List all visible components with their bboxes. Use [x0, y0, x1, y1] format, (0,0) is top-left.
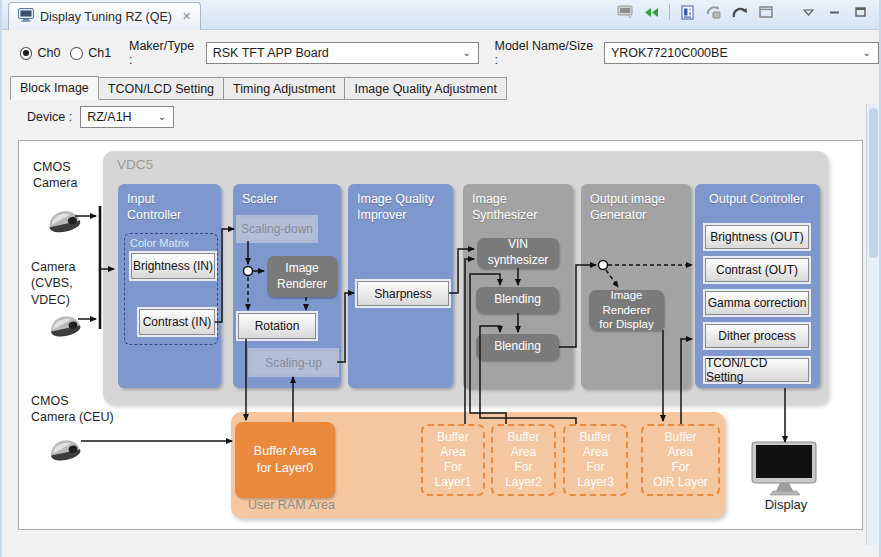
contrast-out-button[interactable]: Contrast (OUT): [705, 258, 809, 282]
maker-type-value: RSK TFT APP Board: [213, 46, 329, 60]
user-ram-area-label: User RAM Area: [248, 498, 335, 512]
tab-block-image[interactable]: Block Image: [10, 76, 99, 100]
cvbs-camera-icon: [43, 301, 85, 343]
collapse-all-icon[interactable]: [643, 5, 660, 20]
image-renderer-box: Image Renderer: [267, 256, 337, 297]
model-name-value: YROK77210C000BE: [611, 46, 728, 60]
view-tab-title: Display Tuning RZ (QE): [40, 10, 172, 24]
image-quality-improver-title: Image Quality Improver: [357, 191, 434, 224]
scrollbar-thumb[interactable]: [869, 108, 878, 258]
buffer-layer0-box: Buffer Area for Layer0: [235, 422, 335, 498]
cmos-camera-icon: [41, 195, 85, 239]
close-icon[interactable]: ✕: [182, 10, 191, 23]
view-tab-bar: Display Tuning RZ (QE) ✕: [2, 0, 879, 30]
toolbar-separator: [669, 4, 670, 20]
tab-timing-adjustment[interactable]: Timing Adjustment: [224, 77, 345, 100]
buffer-layer3-box: Buffer Area For Layer3: [563, 424, 628, 496]
blending-box-1: Blending: [476, 287, 559, 313]
contrast-in-button[interactable]: Contrast (IN): [139, 309, 215, 335]
model-name-label: Model Name/Size :: [494, 39, 598, 67]
dither-process-button[interactable]: Dither process: [705, 324, 809, 348]
view-menu-icon[interactable]: [800, 5, 817, 20]
view-tab[interactable]: Display Tuning RZ (QE) ✕: [8, 2, 201, 30]
restore-icon[interactable]: [757, 5, 774, 20]
vdc5-label: VDC5: [117, 157, 153, 172]
chevron-down-icon: ⌄: [158, 111, 166, 122]
cmos-camera-label: CMOS Camera: [33, 159, 77, 192]
capture-display-icon[interactable]: [617, 5, 634, 20]
view-toolbar: [617, 4, 869, 20]
maximize-icon[interactable]: [852, 5, 869, 20]
gamma-correction-button[interactable]: Gamma correction: [705, 291, 809, 315]
blending-box-2: Blending: [476, 334, 559, 360]
block-diagram-canvas: VDC5 CMOS Camera Camera (CVBS, VDEC) CMO…: [18, 140, 863, 530]
image-renderer-for-display-box: Image Renderer for Display: [589, 290, 664, 330]
ch1-label: Ch1: [88, 46, 111, 60]
ceu-camera-icon: [43, 425, 85, 467]
device-value: RZ/A1H: [87, 110, 131, 124]
display-icon: [749, 441, 821, 501]
image-synthesizer-title: Image Synthesizer: [472, 191, 537, 224]
chevron-down-icon: ⌄: [462, 47, 470, 58]
scaling-up-button: Scaling-up: [250, 350, 337, 375]
redo-icon[interactable]: [731, 5, 748, 20]
scaling-down-button: Scaling-down: [238, 217, 316, 241]
output-image-generator-block: Output image Generator: [581, 184, 691, 389]
brightness-out-button[interactable]: Brightness (OUT): [705, 225, 809, 249]
device-row: Device : RZ/A1H ⌄: [27, 106, 174, 128]
ch1-radio[interactable]: [70, 47, 83, 60]
wizard-icon[interactable]: [705, 5, 722, 20]
ch0-label: Ch0: [37, 46, 60, 60]
settings-row: Ch0 Ch1 Maker/Type : RSK TFT APP Board ⌄…: [2, 31, 879, 75]
brightness-in-button[interactable]: Brightness (IN): [131, 253, 215, 279]
page-tab-strip: Block Image TCON/LCD Setting Timing Adju…: [2, 76, 879, 100]
output-image-generator-title: Output image Generator: [590, 191, 665, 224]
model-name-select[interactable]: YROK77210C000BE ⌄: [604, 42, 879, 64]
tcon-lcd-setting-button[interactable]: TCON/LCD Setting: [705, 358, 809, 382]
display-label: Display: [741, 497, 831, 512]
device-label: Device :: [27, 110, 72, 124]
maker-type-select[interactable]: RSK TFT APP Board ⌄: [206, 42, 479, 64]
scaler-title: Scaler: [242, 191, 277, 207]
maker-type-label: Maker/Type :: [129, 39, 200, 67]
report-icon[interactable]: [679, 5, 696, 20]
vin-synthesizer-box: VIN synthesizer: [477, 238, 559, 268]
monitor-icon: [18, 8, 34, 26]
rotation-button[interactable]: Rotation: [238, 313, 316, 339]
ch0-radio[interactable]: [20, 47, 33, 60]
output-controller-title: Output Controller: [709, 191, 804, 207]
tab-tcon-lcd-setting[interactable]: TCON/LCD Setting: [99, 77, 224, 100]
buffer-layer1-box: Buffer Area For Layer1: [421, 424, 485, 496]
color-matrix-label: Color Matrix: [130, 237, 189, 249]
tab-image-quality-adjustment[interactable]: Image Quality Adjustment: [345, 77, 506, 100]
buffer-oir-layer-box: Buffer Area For OIR Layer: [641, 424, 720, 496]
minimize-icon[interactable]: [826, 5, 843, 20]
sharpness-button[interactable]: Sharpness: [357, 281, 449, 306]
display-tuning-window: Display Tuning RZ (QE) ✕: [0, 0, 881, 557]
chevron-down-icon: ⌄: [863, 47, 871, 58]
buffer-layer2-box: Buffer Area For Layer2: [491, 424, 556, 496]
ceu-camera-label: CMOS Camera (CEU): [31, 393, 114, 426]
vertical-scrollbar[interactable]: [866, 104, 879, 545]
input-controller-title: Input Controller: [127, 191, 181, 224]
device-select[interactable]: RZ/A1H ⌄: [80, 106, 174, 128]
